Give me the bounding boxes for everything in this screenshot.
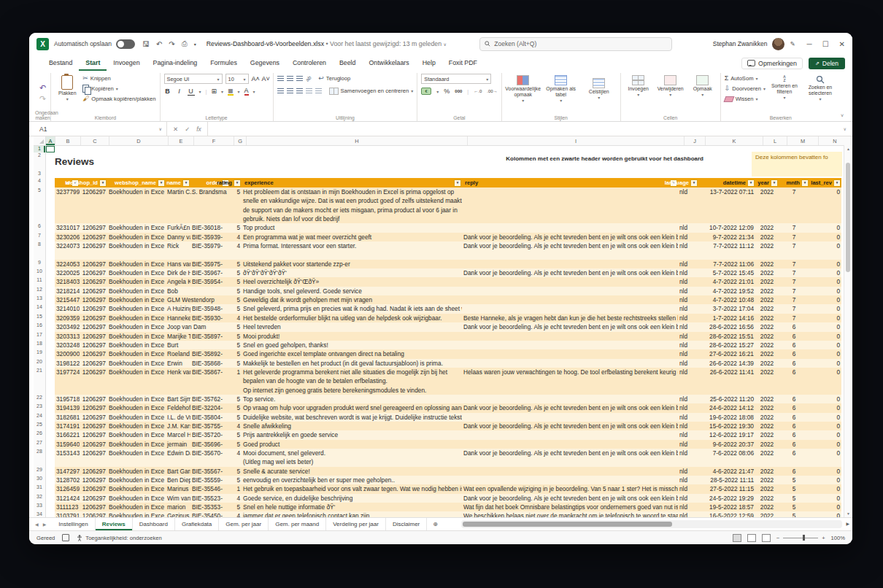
row-header-13[interactable]: 13 [34, 295, 46, 305]
column-header-K[interactable]: K [706, 136, 763, 145]
cell-dt[interactable]: 9-6-2022 20:37 [698, 440, 755, 449]
cell-wid[interactable]: 1206297 [80, 341, 107, 349]
cell-order[interactable]: BIE-35967- [190, 268, 230, 277]
cell-exp[interactable]: Geweldig dat ik wordt geholpen met mijn … [242, 295, 462, 304]
cell-wid[interactable]: 1206297 [80, 430, 107, 439]
cell-last[interactable]: 0 [809, 322, 841, 331]
increase-decimal-button[interactable]: ←.0 [474, 89, 482, 93]
avatar[interactable] [772, 38, 784, 50]
column-filter-mnth[interactable]: mnth▾ [779, 178, 809, 187]
cell-a[interactable] [46, 287, 55, 295]
cell-order[interactable]: BIE-35559- [190, 476, 230, 484]
cell-dt[interactable]: 4-7-2022 10:48 [698, 295, 755, 304]
cell-last[interactable]: 0 [809, 503, 841, 511]
cell-lang[interactable]: nld [678, 241, 698, 260]
cell-id[interactable]: 3182681 [55, 413, 80, 422]
cell-dt[interactable]: 19-6-2022 18:08 [698, 413, 755, 422]
filter-dropdown-icon[interactable]: ▾ [690, 179, 698, 187]
cell-order[interactable]: BIE-35979- [190, 241, 230, 260]
cell-reply[interactable]: Wat fijn dat het boek Omnisbare belastin… [462, 503, 678, 511]
redo-icon[interactable]: ↷ [39, 95, 46, 103]
cell-lang[interactable]: nld [678, 287, 698, 295]
increase-indent-icon[interactable] [315, 88, 322, 94]
cell-rating[interactable]: 5 [230, 440, 242, 449]
cell-id[interactable]: 3224073 [55, 241, 80, 260]
cell-wname[interactable]: Boekhouden in Exce [107, 359, 166, 368]
cell-rating[interactable]: 4 [230, 314, 242, 322]
cell-wname[interactable]: Boekhouden in Exce [107, 287, 166, 295]
cell-mnth[interactable]: 5 [779, 503, 809, 511]
cell-mnth[interactable]: 6 [779, 332, 809, 341]
cell-mnth[interactable]: 6 [779, 430, 809, 439]
cell-rating[interactable]: 5 [230, 430, 242, 439]
column-header-G[interactable]: G [234, 136, 247, 145]
cell-name[interactable]: Feldehof [166, 403, 190, 412]
cell-year[interactable]: 2022 [755, 314, 779, 322]
scroll-up-icon[interactable]: ▲ [844, 147, 852, 151]
cell-id[interactable]: 3198122 [55, 359, 80, 368]
conditional-formatting-button[interactable]: Voorwaardelijke opmaak▾ [506, 74, 541, 104]
cell-exp[interactable]: jammer dat er geen telefonisch contact k… [242, 511, 462, 517]
cell-name[interactable]: GLM Westendorp [166, 295, 190, 304]
scroll-down-icon[interactable]: ▼ [844, 511, 852, 516]
format-cells-button[interactable]: Opmaak▾ [689, 74, 717, 98]
align-middle-icon[interactable] [287, 76, 293, 82]
cell-dt[interactable]: 12-6-2022 19:17 [698, 430, 755, 439]
cell-last[interactable]: 0 [809, 187, 841, 223]
cell-lang[interactable]: nld [678, 430, 698, 439]
cell-reply[interactable]: Dank voor je beoordeling. Als je echt te… [462, 449, 678, 467]
close-button[interactable]: ✕ [839, 40, 845, 48]
column-header-D[interactable]: D [109, 136, 169, 145]
cell-id[interactable]: 3203492 [55, 322, 80, 331]
row-header-2[interactable]: 2 [34, 152, 46, 171]
cell-reply[interactable] [462, 349, 678, 358]
cell-a[interactable] [46, 413, 55, 422]
cell-a[interactable] [46, 484, 55, 493]
autosum-button[interactable]: ΣAutoSom▾ [725, 74, 766, 83]
cell-id[interactable]: 3231017 [55, 223, 80, 232]
fill-color-icon[interactable]: ◼ [228, 88, 233, 96]
zoom-out-icon[interactable]: − [776, 535, 779, 541]
cell-last[interactable]: 0 [809, 440, 841, 449]
cell-exp[interactable]: Goed ingerichte excel template ontvangen… [242, 349, 462, 358]
cell-wid[interactable]: 1206297 [80, 295, 107, 304]
cell-year[interactable]: 2022 [755, 268, 779, 277]
cell-wname[interactable]: Boekhouden in Exce [107, 332, 166, 341]
column-filter-year[interactable]: year▾ [755, 178, 779, 187]
align-center-icon[interactable] [287, 88, 293, 94]
cell-order[interactable]: BIE-35755- [190, 422, 230, 430]
column-header-A[interactable]: A [46, 136, 55, 145]
cell-mnth[interactable]: 6 [779, 395, 809, 403]
cell-rating[interactable]: 5 [230, 332, 242, 341]
cell-id[interactable]: 3214010 [55, 304, 80, 313]
underline-button[interactable]: U [188, 88, 195, 96]
cell-order[interactable]: BIE-35867- [190, 368, 230, 395]
cell-name[interactable]: jermain [166, 440, 190, 449]
cell-mnth[interactable]: 6 [779, 467, 809, 476]
cell-last[interactable]: 0 [809, 467, 841, 476]
cell-mnth[interactable]: 6 [779, 422, 809, 430]
cell-name[interactable]: Bart Garna [166, 467, 190, 476]
column-filter-language[interactable]: language▾ [678, 178, 698, 187]
cell-year[interactable]: 2022 [755, 287, 779, 295]
cell-year[interactable]: 2022 [755, 422, 779, 430]
cell-wid[interactable]: 1206297 [80, 314, 107, 322]
cell-wid[interactable]: 1206297 [80, 403, 107, 412]
cell-exp[interactable]: Snel en goed geholpen, thanks! [242, 341, 462, 349]
cell-last[interactable]: 0 [809, 314, 841, 322]
cell-wname[interactable]: Boekhouden in Exce [107, 322, 166, 331]
cell-order[interactable]: BIE-35696- [190, 440, 230, 449]
cell-wname[interactable]: Boekhouden in Exce [107, 304, 166, 313]
borders-icon[interactable]: ⊞ [212, 88, 217, 95]
cell-name[interactable]: Dirk de He [166, 268, 190, 277]
cell-name[interactable]: Angela Ka [166, 277, 190, 286]
cell-dt[interactable]: 27-6-2022 16:21 [698, 349, 755, 358]
ribbon-tab-formules[interactable]: Formules [204, 56, 244, 71]
cell-exp[interactable]: Mooi document, snel geleverd.(Uitleg mag… [242, 449, 462, 467]
cell-id[interactable]: 3203248 [55, 341, 80, 349]
cell-mnth[interactable]: 5 [779, 476, 809, 484]
insert-function-icon[interactable]: fx [196, 125, 201, 133]
cell-reply[interactable]: Dank voor je beoordeling. Als je echt te… [462, 233, 678, 241]
cell-reply[interactable] [462, 440, 678, 449]
cell-name[interactable]: Hanneke [166, 314, 190, 322]
